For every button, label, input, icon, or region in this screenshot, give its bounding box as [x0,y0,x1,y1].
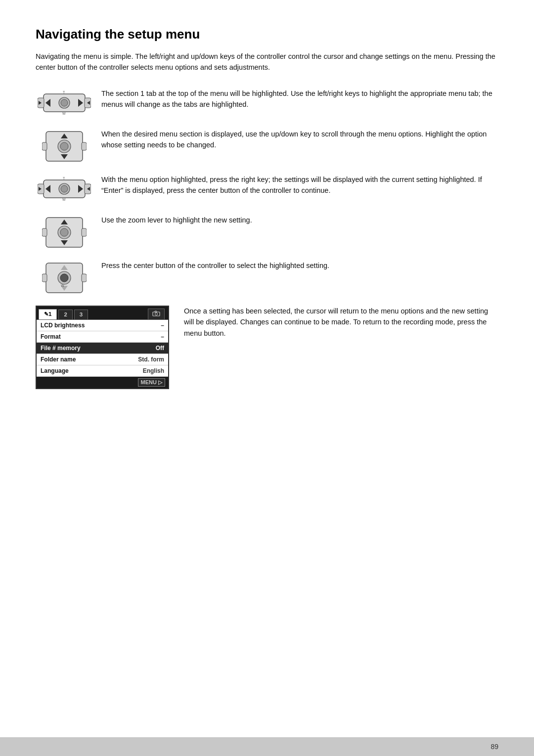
menu-tab-3: 3 [74,310,88,319]
lcd-brightness-value: – [161,322,164,329]
svg-point-2 [61,99,68,106]
menu-section: ✎1 2 3 LCD brightness – [36,306,498,389]
up-down-controller-icon [42,130,87,163]
step3-controller-icon: T W [38,175,91,204]
svg-point-38 [60,274,68,282]
svg-rect-41 [42,274,47,282]
page-title: Navigating the setup menu [36,27,498,42]
svg-text:T: T [63,90,65,94]
page-number: 89 [490,743,498,751]
svg-text:W: W [62,112,66,115]
menu-row-language: Language English [37,365,168,377]
instruction-step5: W Press the center button of the control… [36,260,498,295]
lcd-brightness-label: LCD brightness [41,322,161,329]
svg-point-20 [61,185,68,192]
svg-rect-35 [82,228,87,236]
step1-icon: T W [36,89,92,118]
step5-text: Press the center button of the controlle… [101,260,498,271]
instruction-step1: T W The section 1 tab at the top of the … [36,88,498,118]
menu-row-format: Format – [37,331,168,343]
language-value: English [143,367,164,374]
step2-text: When the desired menu section is display… [101,129,498,151]
file-memory-label: File # memory [41,345,156,352]
menu-rows: LCD brightness – Format – File # memory … [37,320,168,377]
svg-text:W: W [62,198,66,201]
menu-button: MENU ▷ [138,378,165,387]
svg-text:W: W [61,284,64,287]
step5-controller-icon: W [42,261,87,295]
folder-name-label: Folder name [41,356,138,363]
instruction-step4: Use the zoom lever to highlight the new … [36,215,498,249]
menu-row-lcd: LCD brightness – [37,320,168,331]
step1-text: The section 1 tab at the top of the menu… [101,88,498,110]
file-memory-value: Off [156,345,164,352]
menu-row-folder: Folder name Std. form [37,354,168,365]
svg-rect-17 [82,142,87,150]
folder-name-value: Std. form [138,356,164,363]
menu-tabs: ✎1 2 3 [37,307,168,320]
menu-description: Once a setting has been selected, the cu… [184,306,498,339]
step3-icon: T W [36,175,92,204]
svg-point-13 [60,142,68,150]
format-label: Format [41,333,161,340]
svg-rect-42 [82,274,87,282]
page-footer: 89 [0,737,534,756]
menu-tab-1: ✎1 [39,309,57,319]
instruction-step3: T W With the menu option highlighted, pr… [36,174,498,204]
camera-icon [152,311,160,316]
svg-text:T: T [63,177,65,180]
step2-icon [36,130,92,163]
menu-row-file-memory: File # memory Off [37,343,168,354]
menu-tab-camera [148,309,165,319]
menu-footer: MENU ▷ [37,377,168,388]
language-label: Language [41,367,143,374]
svg-point-45 [155,312,158,315]
step3-text: With the menu option highlighted, press … [101,174,498,196]
step5-icon: W [36,261,92,295]
format-value: – [161,333,164,340]
step4-controller-icon [42,216,87,249]
menu-tab-2: 2 [58,310,72,319]
left-right-controller-icon: T W [38,89,91,118]
menu-screenshot: ✎1 2 3 LCD brightness – [36,306,169,389]
svg-point-31 [60,228,68,236]
step4-text: Use the zoom lever to highlight the new … [101,215,498,225]
instruction-step2: When the desired menu section is display… [36,129,498,163]
step4-icon [36,216,92,249]
svg-rect-16 [42,142,47,150]
svg-rect-34 [42,228,47,236]
intro-paragraph: Navigating the menu is simple. The left/… [36,51,498,73]
